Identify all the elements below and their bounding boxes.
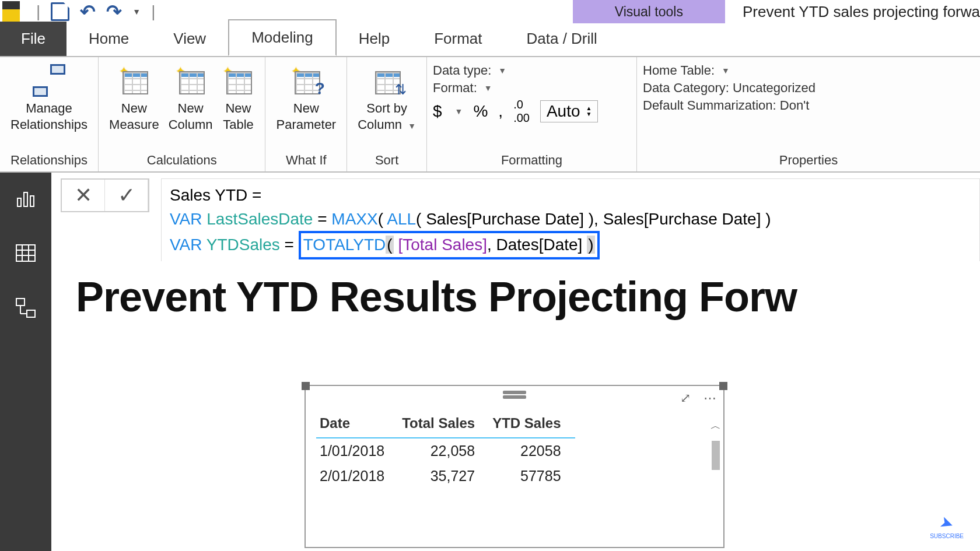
- manage-relationships-icon: [33, 64, 65, 97]
- formula-bar: ✕ ✓ Sales YTD = VAR LastSalesDate = MAXX…: [61, 178, 980, 212]
- sort-by-column-button[interactable]: ⇅ Sort by Column ▼: [353, 61, 421, 136]
- currency-button[interactable]: $: [433, 102, 442, 121]
- qat-dropdown-icon[interactable]: ▼: [132, 7, 141, 16]
- tab-view[interactable]: View: [151, 22, 228, 56]
- group-label-formatting: Formatting: [433, 150, 631, 170]
- tab-format[interactable]: Format: [412, 22, 504, 56]
- new-column-icon: ✦: [174, 64, 207, 97]
- table-row[interactable]: 2/01/2018 35,727 57785: [316, 464, 575, 489]
- report-canvas[interactable]: Prevent YTD Results Projecting Forw ⤢ ⋯ …: [61, 261, 980, 551]
- group-label-whatif: What If: [271, 150, 341, 170]
- ribbon-tabs: File Home View Modeling Help Format Data…: [0, 23, 980, 56]
- sort-by-column-label: Sort by Column ▼: [358, 100, 416, 132]
- format-dropdown-icon[interactable]: ▼: [484, 83, 492, 93]
- save-icon[interactable]: [51, 2, 69, 21]
- cancel-formula-button[interactable]: ✕: [62, 180, 105, 211]
- group-relationships: Manage Relationships Relationships: [0, 57, 99, 171]
- new-measure-icon: ✦: [118, 64, 150, 97]
- new-measure-label: New Measure: [109, 100, 159, 132]
- formula-variable: LastSalesDate: [206, 210, 313, 228]
- page-title: Prevent YTD Results Projecting Forw: [76, 273, 965, 321]
- manage-relationships-label: Manage Relationships: [10, 100, 88, 132]
- commit-formula-button[interactable]: ✓: [105, 180, 148, 211]
- formula-measure-name: Sales YTD: [170, 186, 247, 204]
- column-header-date[interactable]: Date: [316, 410, 398, 438]
- subscribe-watermark: ➤ SUBSCRIBE: [930, 514, 964, 539]
- formula-measure-ref: [Total Sales]: [398, 236, 487, 254]
- model-view-button[interactable]: [13, 295, 38, 321]
- group-sort: ⇅ Sort by Column ▼ Sort: [347, 57, 427, 171]
- drag-grip-icon[interactable]: [503, 391, 526, 394]
- separator: |: [36, 2, 40, 21]
- redo-icon[interactable]: ↷: [106, 1, 122, 23]
- scroll-thumb[interactable]: [712, 441, 720, 470]
- table-body: Date Total Sales YTD Sales 1/01/2018 22,…: [306, 410, 723, 489]
- thousands-separator-button[interactable]: ,: [498, 102, 503, 121]
- formula-function: MAXX: [331, 210, 377, 228]
- formula-keyword: VAR: [170, 236, 202, 254]
- group-formatting: Data type:▼ Format:▼ $▼ % , .0.00 Auto▲▼…: [427, 57, 637, 171]
- left-nav: [0, 173, 51, 551]
- group-label-calculations: Calculations: [104, 150, 259, 170]
- decimals-button[interactable]: .0.00: [513, 98, 530, 125]
- decimal-places-input[interactable]: Auto▲▼: [540, 100, 598, 122]
- new-parameter-label: New Parameter: [276, 100, 336, 132]
- tab-file[interactable]: File: [0, 22, 66, 56]
- formula-text: =: [247, 186, 261, 204]
- group-label-sort: Sort: [353, 150, 421, 170]
- svg-rect-1: [24, 192, 27, 206]
- new-measure-button[interactable]: ✦ New Measure: [104, 61, 164, 136]
- formula-keyword: VAR: [170, 210, 202, 228]
- scroll-up-icon[interactable]: ︿: [710, 419, 721, 433]
- column-header-total-sales[interactable]: Total Sales: [398, 410, 489, 438]
- visual-tools-contextual-tab[interactable]: Visual tools: [573, 0, 725, 23]
- resize-handle-icon[interactable]: [719, 382, 727, 390]
- more-options-icon[interactable]: ⋯: [704, 391, 716, 406]
- formula-variable: YTDSales: [206, 236, 280, 254]
- title-bar: | ↶ ↷ ▼ | Visual tools Prevent YTD sales…: [0, 0, 980, 23]
- svg-rect-8: [16, 299, 24, 306]
- new-table-label: New Table: [223, 100, 254, 132]
- new-parameter-button[interactable]: ✦? New Parameter: [271, 61, 341, 136]
- tab-home[interactable]: Home: [66, 22, 151, 56]
- data-type-label: Data type:: [433, 63, 491, 78]
- separator: |: [151, 2, 155, 21]
- undo-icon[interactable]: ↶: [80, 1, 96, 23]
- tab-help[interactable]: Help: [337, 22, 412, 56]
- vertical-scrollbar[interactable]: ︿: [710, 419, 721, 541]
- percent-button[interactable]: %: [473, 102, 488, 121]
- resize-handle-icon[interactable]: [302, 382, 310, 390]
- focus-mode-icon[interactable]: ⤢: [680, 391, 691, 406]
- column-header-ytd-sales[interactable]: YTD Sales: [489, 410, 575, 438]
- document-title: Prevent YTD sales projecting forwa: [743, 3, 980, 21]
- group-calculations: ✦ New Measure ✦ New Column ✦ New Table C…: [99, 57, 265, 171]
- table-row[interactable]: 1/01/2018 22,058 22058: [316, 438, 575, 464]
- new-table-button[interactable]: ✦ New Table: [217, 61, 259, 136]
- format-label: Format:: [433, 80, 477, 96]
- app-logo-icon: [2, 1, 20, 22]
- home-table-label: Home Table:: [643, 63, 715, 78]
- tab-data-drill[interactable]: Data / Drill: [505, 22, 620, 56]
- sort-by-column-icon: ⇅: [370, 64, 403, 97]
- report-view-button[interactable]: [13, 185, 38, 211]
- data-type-dropdown-icon[interactable]: ▼: [498, 66, 506, 75]
- ribbon: Manage Relationships Relationships ✦ New…: [0, 56, 980, 173]
- default-summarization-label: Default Summarization: Don't: [643, 98, 809, 113]
- home-table-dropdown-icon[interactable]: ▼: [722, 66, 730, 75]
- formula-controls: ✕ ✓: [61, 178, 149, 212]
- svg-rect-9: [27, 310, 35, 317]
- new-column-button[interactable]: ✦ New Column: [164, 61, 218, 136]
- group-properties: Home Table:▼ Data Category: Uncategorize…: [637, 57, 980, 171]
- formula-editor[interactable]: Sales YTD = VAR LastSalesDate = MAXX( AL…: [161, 178, 980, 265]
- quick-access-toolbar: | ↶ ↷ ▼ |: [36, 1, 155, 23]
- data-category-label: Data Category: Uncategorized: [643, 80, 816, 96]
- data-view-button[interactable]: [13, 240, 38, 266]
- new-column-label: New Column: [169, 100, 213, 132]
- svg-rect-0: [18, 198, 21, 206]
- table-visual[interactable]: ⤢ ⋯ Date Total Sales YTD Sales 1/01/2018…: [304, 385, 724, 548]
- tab-modeling[interactable]: Modeling: [228, 19, 337, 56]
- formula-function: ALL: [387, 210, 416, 228]
- group-label-properties: Properties: [643, 150, 974, 170]
- svg-rect-2: [30, 196, 34, 206]
- manage-relationships-button[interactable]: Manage Relationships: [6, 61, 92, 136]
